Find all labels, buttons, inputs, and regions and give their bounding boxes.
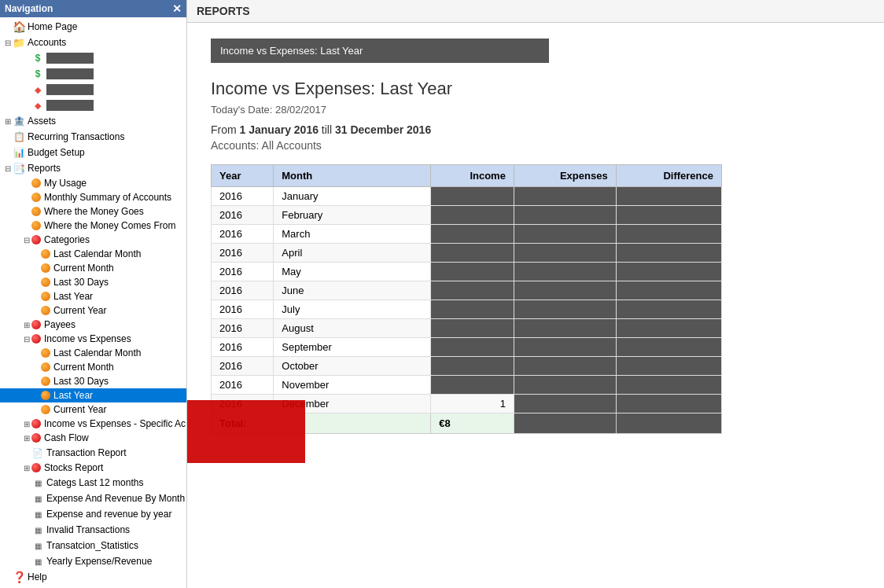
sidebar-item-assets[interactable]: ⊞ 🏦 Assets	[0, 113, 186, 129]
cell-year: 2016	[212, 187, 274, 206]
cell-year: 2016	[212, 244, 274, 263]
sidebar-item-label: Income vs Expenses	[44, 333, 131, 344]
table-row: 2016August	[212, 319, 722, 338]
sidebar-item-label: Recurring Transactions	[28, 131, 124, 142]
sidebar-item-acc1[interactable]: $	[0, 50, 186, 66]
assets-icon: 🏦	[13, 115, 25, 127]
sidebar-item-cat-lastcal[interactable]: Last Calendar Month	[0, 247, 186, 261]
sidebar-item-acc3[interactable]: ◆	[0, 82, 186, 97]
sidebar-item-yearlyexp[interactable]: ▦ Yearly Expense/Revenue	[0, 553, 186, 569]
sidebar-item-cat-currentyear[interactable]: Current Year	[0, 303, 186, 318]
orange-ball-icon	[41, 249, 50, 259]
table-row: 2016January	[212, 187, 722, 206]
report-selector-dropdown[interactable]: Income vs Expenses: Last Year	[211, 39, 549, 63]
report-date-till: 31 December 2016	[335, 123, 431, 136]
sidebar-item-ie-current[interactable]: Current Month	[0, 360, 186, 374]
sidebar-item-label: Reports	[28, 163, 61, 174]
orange-ball-icon	[41, 277, 50, 287]
content-header: REPORTS	[187, 0, 884, 23]
sidebar-item-cat-current[interactable]: Current Month	[0, 261, 186, 275]
sidebar-item-monthly-summary[interactable]: Monthly Summary of Accounts	[0, 190, 186, 204]
grid-icon: ▦	[31, 555, 44, 568]
sidebar-item-ie-currentyear[interactable]: Current Year	[0, 402, 186, 417]
sidebar-item-cashflow[interactable]: ⊞ Cash Flow	[0, 431, 186, 445]
sidebar-item-help[interactable]: ❓ Help	[0, 569, 186, 585]
sidebar-item-home[interactable]: 🏠 Home Page	[0, 19, 186, 35]
sidebar-item-label: Where the Money Comes From	[44, 220, 175, 231]
sidebar-item-ie-lastcal[interactable]: Last Calendar Month	[0, 346, 186, 360]
cell-income	[431, 319, 514, 338]
col-year: Year	[212, 165, 274, 187]
cell-expenses	[514, 357, 616, 376]
sidebar-item-exprebyear[interactable]: ▦ Expense and revenue by year	[0, 506, 186, 522]
cell-income	[431, 281, 514, 300]
sidebar-item-transstats[interactable]: ▦ Transatcion_Statistics	[0, 538, 186, 553]
sidebar-item-income-specific[interactable]: ⊞ Income vs Expenses - Specific Ac	[0, 417, 186, 431]
cell-year: 2016	[212, 357, 274, 376]
sidebar-close-button[interactable]: ✕	[172, 2, 182, 15]
cell-year: 2016	[212, 395, 274, 413]
grid-icon: ▦	[31, 508, 44, 520]
expander: ⊞	[3, 117, 13, 126]
cell-month: June	[274, 281, 431, 300]
sidebar-item-acc4[interactable]: ◆	[0, 97, 186, 113]
sidebar-item-reports[interactable]: ⊟ 📑 Reports	[0, 160, 186, 176]
orange-ball-icon	[41, 292, 50, 301]
sidebar-item-budget[interactable]: 📊 Budget Setup	[0, 145, 186, 160]
sidebar-item-label	[46, 100, 94, 111]
budget-icon: 📊	[13, 146, 25, 159]
cell-income	[431, 263, 514, 281]
sidebar-item-acc2[interactable]: $	[0, 66, 186, 82]
table-row: 2016September	[212, 338, 722, 357]
cell-difference	[616, 300, 721, 319]
expander: ⊞	[22, 420, 31, 428]
cell-month: January	[274, 187, 431, 206]
sidebar-item-label: Help	[28, 571, 47, 582]
sidebar-item-ie-last30[interactable]: Last 30 Days	[0, 374, 186, 388]
sidebar-item-label: My Usage	[44, 178, 87, 189]
report-accounts: Accounts: All Accounts	[211, 139, 860, 152]
table-row: 2016April	[212, 244, 722, 263]
sidebar-item-where-money-comes[interactable]: Where the Money Comes From	[0, 219, 186, 233]
sidebar-item-ie-lastyear[interactable]: Last Year	[0, 388, 186, 402]
sidebar-item-recurring[interactable]: 📋 Recurring Transactions	[0, 129, 186, 145]
footer-difference	[616, 413, 721, 434]
sidebar-item-label: Transatcion_Statistics	[46, 540, 138, 551]
page-title: REPORTS	[197, 5, 250, 17]
sidebar-title: Navigation	[5, 3, 53, 14]
footer-expenses	[514, 413, 616, 434]
sidebar-item-stocks[interactable]: ⊞ Stocks Report	[0, 461, 186, 475]
grid-icon: ▦	[31, 524, 44, 536]
cell-month: July	[274, 300, 431, 319]
cell-month: December	[274, 395, 431, 413]
sidebar-item-cat-last30[interactable]: Last 30 Days	[0, 275, 186, 289]
cell-income	[431, 300, 514, 319]
sidebar-item-exprevmonth[interactable]: ▦ Expense And Revenue By Month	[0, 491, 186, 506]
content-body: Income vs Expenses: Last Year Income vs …	[187, 23, 884, 588]
sidebar-item-accounts[interactable]: ⊟ 📁 Accounts	[0, 35, 186, 50]
red-ball-icon	[31, 419, 41, 428]
red-ball-icon	[31, 320, 41, 329]
sidebar-item-myusage[interactable]: My Usage	[0, 176, 186, 190]
sidebar-item-where-money-goes[interactable]: Where the Money Goes	[0, 204, 186, 219]
sidebar-item-label: Categories	[44, 234, 90, 245]
sidebar-item-categ12[interactable]: ▦ Categs Last 12 months	[0, 475, 186, 491]
sidebar-item-label: Last Calendar Month	[53, 248, 141, 259]
sidebar-item-categories[interactable]: ⊟ Categories	[0, 233, 186, 247]
sidebar-item-label: Current Year	[53, 305, 106, 316]
sidebar-item-label: Last Year	[53, 390, 93, 401]
cell-expenses	[514, 225, 616, 244]
sidebar-item-label: Payees	[44, 319, 76, 330]
sidebar-item-label: Home Page	[28, 21, 77, 32]
sidebar-item-payees[interactable]: ⊞ Payees	[0, 318, 186, 332]
expander: ⊟	[22, 335, 31, 344]
sidebar-item-cat-lastyear[interactable]: Last Year	[0, 289, 186, 303]
help-icon: ❓	[13, 571, 25, 583]
diamond-icon: ◆	[31, 83, 44, 96]
sidebar-item-income-expenses[interactable]: ⊟ Income vs Expenses	[0, 332, 186, 346]
sidebar-item-transaction[interactable]: 📄 Transaction Report	[0, 445, 186, 461]
cell-income	[431, 225, 514, 244]
sidebar-item-invalid[interactable]: ▦ Invalid Transactions	[0, 522, 186, 538]
cell-year: 2016	[212, 338, 274, 357]
accounts-icon: 📁	[13, 36, 25, 49]
